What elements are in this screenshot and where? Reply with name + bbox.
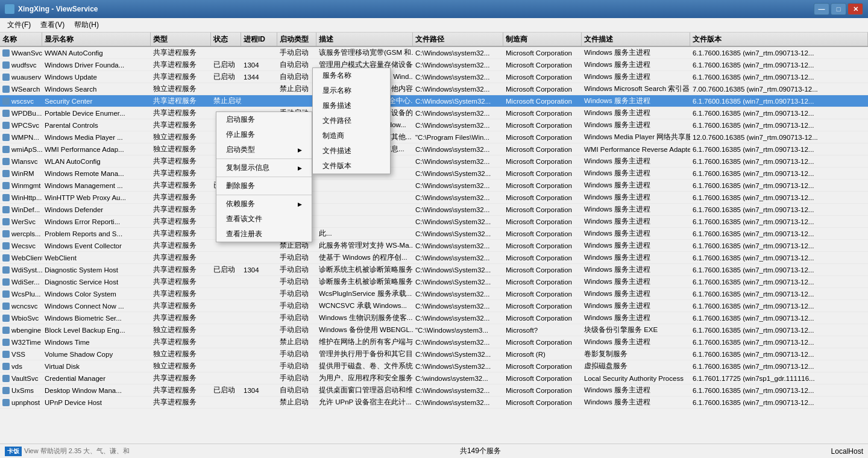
submenu-item[interactable]: 文件描述 [313, 143, 390, 158]
col-desc[interactable]: 描述 [316, 33, 413, 46]
table-row[interactable]: Wecsvc Windows Event Collector 共享进程服务 禁止… [0, 240, 868, 252]
table-row[interactable]: wmiApS... WMI Performance Adap... 独立进程服务… [0, 143, 868, 155]
table-row[interactable]: WinDef... Windows Defender 共享进程服务 手动启动 C… [0, 204, 868, 216]
table-row[interactable]: Winmgmt Windows Management ... 共享进程服务 已启… [0, 180, 868, 192]
table-row[interactable]: wbengine Block Level Backup Eng... 独立进程服… [0, 324, 868, 336]
table-row[interactable]: Wlansvc WLAN AutoConfig 共享进程服务 手动启动 C:\W… [0, 155, 868, 168]
menu-view[interactable]: 查看(V) [36, 19, 69, 31]
cell-fileversion: 6.1.7600.16385 (win7_rtm.090713-12... [690, 180, 868, 191]
cell-desc: 提供用于磁盘、卷、文件系统... [316, 360, 413, 372]
cell-starttype: 禁止启动 [277, 397, 316, 408]
table-row[interactable]: UxSms Desktop Window Mana... 共享进程服务 已启动 … [0, 384, 868, 397]
cell-filedesc: Windows 服务主进程 [582, 168, 690, 179]
col-status[interactable]: 状态 [211, 33, 241, 46]
submenu-item[interactable]: 制造商 [313, 128, 390, 143]
cell-filedesc: Windows 服务主进程 [582, 252, 690, 263]
minimize-button[interactable]: — [814, 3, 829, 15]
table-row[interactable]: WerSvc Windows Error Reporti... 共享进程服务 手… [0, 216, 868, 228]
row-icon [2, 315, 10, 322]
cell-vendor: Microsoft Corporation [503, 216, 582, 227]
cell-status: 已启动 [211, 264, 241, 275]
context-menu-item[interactable]: 查看注册表 [216, 227, 312, 242]
title-bar-left: XingXing - ViewService [5, 4, 98, 14]
table-row[interactable]: WPCSvc Parental Controls 共享进程服务 手动启动 服务是… [0, 119, 868, 131]
cell-fileversion: 6.1.7600.16385 (win7_rtm.090713-12... [690, 228, 868, 239]
cell-fileversion: 6.1.7600.16385 (win7_rtm.090713-12... [690, 397, 868, 408]
menu-file[interactable]: 文件(F) [2, 19, 36, 31]
table-row[interactable]: W32Time Windows Time 共享进程服务 禁止启动 维护在网络上的… [0, 336, 868, 348]
row-icon [2, 170, 10, 177]
table-row[interactable]: wuauserv Windows Update 共享进程服务 已启动 1344 … [0, 71, 868, 83]
context-menu-item[interactable]: 删除服务 [216, 178, 312, 193]
submenu-item[interactable]: 服务描述 [313, 98, 390, 113]
col-type[interactable]: 类型 [151, 33, 211, 46]
cell-fileversion: 6.1.7600.16385 (win7_rtm.090713-12... [690, 360, 868, 372]
menu-help[interactable]: 帮助(H) [69, 19, 104, 31]
cell-status [211, 348, 241, 360]
cell-name: WinHttp... [0, 192, 42, 203]
context-menu-item[interactable]: 依赖服务 [216, 196, 312, 212]
col-filedesc[interactable]: 文件描述 [582, 33, 690, 46]
cell-name: WerSvc [0, 216, 42, 227]
col-starttype[interactable]: 启动类型 [277, 33, 316, 46]
table-row[interactable]: WPDBu... Portable Device Enumer... 共享进程服… [0, 107, 868, 119]
table-row[interactable]: WcsPlu... Windows Color System 共享进程服务 手动… [0, 288, 868, 300]
cell-display: Windows Search [42, 83, 151, 95]
context-menu-item[interactable]: 复制显示信息 [216, 160, 312, 175]
table-row[interactable]: wscsvc Security Center 共享进程服务 禁止启动 WSCSV… [0, 95, 868, 107]
cell-display: Problem Reports and S... [42, 228, 151, 239]
row-icon [2, 290, 10, 298]
table-row[interactable]: wcncsvc Windows Connect Now ... 共享进程服务 手… [0, 300, 868, 312]
submenu-item[interactable]: 显示名称 [313, 83, 390, 98]
table-row[interactable]: wudfsvc Windows Driver Founda... 共享进程服务 … [0, 59, 868, 71]
table-row[interactable]: VSS Volume Shadow Copy 独立进程服务 手动启动 管理并执行… [0, 348, 868, 360]
close-button[interactable]: ✕ [848, 3, 863, 15]
table-row[interactable]: WdiSer... Diagnostic Service Host 共享进程服务… [0, 276, 868, 288]
ctx-separator [216, 195, 312, 195]
table-row[interactable]: WwanSvc WWAN AutoConfig 共享进程服务 手动启动 该服务管… [0, 47, 868, 59]
cell-type: 共享进程服务 [151, 204, 211, 215]
cell-starttype: 手动启动 [277, 264, 316, 275]
col-pid[interactable]: 进程ID [241, 33, 277, 46]
col-filepath[interactable]: 文件路径 [413, 33, 503, 46]
table-row[interactable]: WbioSvc Windows Biometric Ser... 共享进程服务 … [0, 312, 868, 324]
table-row[interactable]: upnphost UPnP Device Host 共享进程服务 禁止启动 允许… [0, 397, 868, 409]
cell-vendor: Microsoft Corporation [503, 360, 582, 372]
app-icon [5, 4, 14, 14]
cell-starttype: 手动启动 [277, 300, 316, 312]
table-row[interactable]: WSearch Windows Search 独立进程服务 禁止启动 为文件、电… [0, 83, 868, 95]
table-row[interactable]: VaultSvc Credential Manager 共享进程服务 手动启动 … [0, 372, 868, 384]
context-menu-item[interactable]: 启动服务 [216, 112, 312, 127]
table-row[interactable]: WebClient WebClient 共享进程服务 手动启动 使基于 Wind… [0, 252, 868, 264]
row-icon [2, 218, 10, 225]
submenu-item[interactable]: 服务名称 [313, 68, 390, 83]
cell-vendor: Microsoft Corporation [503, 119, 582, 131]
service-table: WwanSvc WWAN AutoConfig 共享进程服务 手动启动 该服务管… [0, 47, 868, 444]
col-vendor[interactable]: 制造商 [503, 33, 582, 46]
col-fileversion[interactable]: 文件版本 [690, 33, 868, 46]
submenu-item[interactable]: 文件版本 [313, 158, 390, 174]
cell-filepath: "C:\Windows\system3... [413, 324, 503, 336]
context-menu-item[interactable]: 停止服务 [216, 127, 312, 142]
col-display[interactable]: 显示名称 [42, 33, 151, 46]
cell-name: WinRM [0, 168, 42, 179]
cell-filepath: C:\Windows\system32... [413, 240, 503, 251]
table-row[interactable]: WdiSyst... Diagnostic System Host 共享进程服务… [0, 264, 868, 276]
submenu-item[interactable]: 文件路径 [313, 113, 390, 128]
table-row[interactable]: wercpls... Problem Reports and S... 共享进程… [0, 228, 868, 240]
table-row[interactable]: WinRM Windows Remote Mana... 共享进程服务 手动启动… [0, 168, 868, 180]
table-row[interactable]: WMPN... Windows Media Player ... 独立进程服务 … [0, 131, 868, 143]
context-menu-item[interactable]: 启动类型 [216, 142, 312, 157]
status-left-text: View 帮助说明 2.35 大、气、谦、和 [24, 447, 130, 456]
col-name[interactable]: 名称 [0, 33, 42, 46]
table-row[interactable]: WinHttp... WinHTTP Web Proxy Au... 共享进程服… [0, 192, 868, 204]
cell-starttype: 禁止启动 [277, 336, 316, 348]
row-icon [2, 254, 10, 262]
cell-display: Windows Management ... [42, 180, 151, 191]
cell-pid [241, 95, 277, 107]
cell-filedesc: Windows 服务主进程 [582, 155, 690, 167]
maximize-button[interactable]: □ [831, 3, 846, 15]
context-menu-item[interactable]: 查看该文件 [216, 212, 312, 227]
table-row[interactable]: vds Virtual Disk 独立进程服务 手动启动 提供用于磁盘、卷、文件… [0, 360, 868, 372]
cell-desc: 诊断服务主机被诊断策略服务... [316, 276, 413, 287]
